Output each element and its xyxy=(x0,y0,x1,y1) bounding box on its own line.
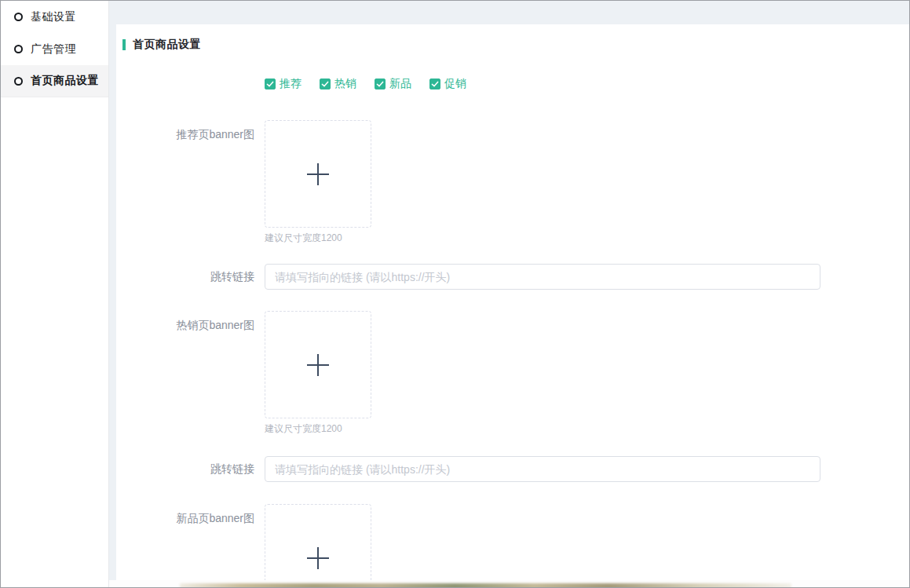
link-url-input-hot-sale[interactable] xyxy=(265,456,820,482)
checkbox-checked-icon xyxy=(265,79,276,89)
category-checkbox-row: 推荐 热销 新品 促销 xyxy=(265,77,909,91)
main-content-area: 首页商品设置 推荐 热销 xyxy=(109,1,909,587)
form-label: 推荐页banner图 xyxy=(116,120,254,142)
checkbox-new-product[interactable]: 新品 xyxy=(375,77,411,91)
checkbox-checked-icon xyxy=(429,79,440,89)
plus-icon xyxy=(305,162,331,187)
plus-icon xyxy=(305,352,331,378)
section-title: 首页商品设置 xyxy=(116,24,909,52)
title-accent-bar xyxy=(122,39,126,50)
sidebar-item-ad-management[interactable]: 广告管理 xyxy=(1,33,108,65)
check-icon xyxy=(431,81,439,87)
form-label: 热销页banner图 xyxy=(116,311,254,333)
settings-sidebar: 基础设置 广告管理 首页商品设置 xyxy=(1,1,109,587)
upload-size-hint: 建议尺寸宽度1200 xyxy=(265,232,371,245)
settings-window: 基础设置 广告管理 首页商品设置 首页商品设置 推荐 xyxy=(0,0,910,588)
checkbox-label: 促销 xyxy=(444,77,466,91)
photo-fragment xyxy=(180,583,791,587)
plus-icon xyxy=(305,546,331,571)
form-row-new-product-banner: 新品页banner图 xyxy=(116,504,909,580)
sidebar-item-label: 广告管理 xyxy=(31,42,76,57)
form-label: 跳转链接 xyxy=(116,264,254,290)
form-row-recommended-banner: 推荐页banner图 建议尺寸宽度1200 xyxy=(116,120,909,245)
check-icon xyxy=(321,81,329,87)
radio-circle-icon xyxy=(14,77,23,86)
check-icon xyxy=(376,81,384,87)
banner-upload-button-recommended[interactable] xyxy=(265,120,371,228)
settings-card: 首页商品设置 推荐 热销 xyxy=(116,24,909,580)
link-url-input-recommended[interactable] xyxy=(265,264,820,290)
form-row-link-hot-sale: 跳转链接 xyxy=(116,456,909,482)
sidebar-item-label: 首页商品设置 xyxy=(31,74,99,88)
form-label: 新品页banner图 xyxy=(116,504,254,526)
checkbox-label: 新品 xyxy=(389,77,411,91)
checkbox-checked-icon xyxy=(375,79,386,89)
form-row-hot-sale-banner: 热销页banner图 建议尺寸宽度1200 xyxy=(116,311,909,436)
upload-size-hint: 建议尺寸宽度1200 xyxy=(265,422,371,436)
radio-circle-icon xyxy=(14,45,23,53)
check-icon xyxy=(266,81,274,87)
checkbox-hot-sale[interactable]: 热销 xyxy=(320,77,356,91)
form-label: 跳转链接 xyxy=(116,456,254,482)
radio-circle-icon xyxy=(14,13,23,21)
banner-upload-button-new-product[interactable] xyxy=(265,504,371,580)
checkbox-promotion[interactable]: 促销 xyxy=(429,77,466,91)
section-title-text: 首页商品设置 xyxy=(133,38,201,52)
checkbox-checked-icon xyxy=(320,79,331,89)
form-row-link-recommended: 跳转链接 xyxy=(116,264,909,290)
banner-upload-button-hot-sale[interactable] xyxy=(265,311,371,418)
sidebar-item-basic-settings[interactable]: 基础设置 xyxy=(1,1,108,33)
checkbox-recommended[interactable]: 推荐 xyxy=(265,77,302,91)
sidebar-item-homepage-product-settings[interactable]: 首页商品设置 xyxy=(1,65,108,97)
checkbox-label: 热销 xyxy=(334,77,356,91)
bottom-photo-sliver xyxy=(109,580,909,587)
checkbox-label: 推荐 xyxy=(280,77,302,91)
sidebar-item-label: 基础设置 xyxy=(31,10,76,24)
